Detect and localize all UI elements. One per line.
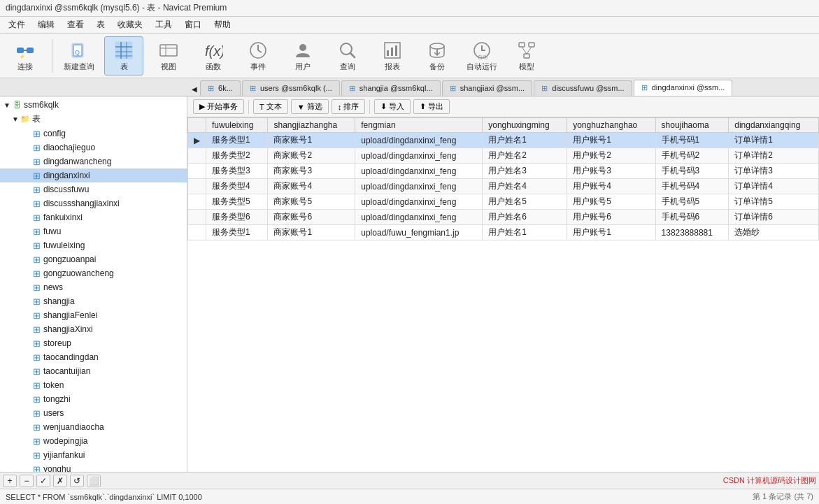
delete-record-button[interactable]: − xyxy=(20,475,34,487)
apply-button[interactable]: ✓ xyxy=(36,475,50,487)
tree-table-dingdanwancheng[interactable]: ▶ ⊞ dingdanwancheng xyxy=(0,154,187,168)
cell-yonghuzhanghao[interactable]: 用户账号4 xyxy=(567,179,655,194)
tree-table-shangjiaXinxi[interactable]: ▶ ⊞ shangjiaXinxi xyxy=(0,322,187,336)
cell-shoujihaoma[interactable]: 13823888881 xyxy=(655,225,729,240)
tree-table-fuwuleixing[interactable]: ▶ ⊞ fuwuleixing xyxy=(0,238,187,252)
toolbar-btn-backup[interactable]: 备份 xyxy=(418,36,457,75)
cell-dingdanxiangqing[interactable]: 订单详情6 xyxy=(729,210,819,225)
tree-folder-tables[interactable]: ▼ 📁 表 xyxy=(0,112,187,127)
table-row[interactable]: 服务类型6商家账号6upload/dingdanxinxi_feng用户姓名6用… xyxy=(188,210,819,225)
cell-shangjiazhangha[interactable]: 商家账号1 xyxy=(268,225,355,240)
cell-yonghuxingming[interactable]: 用户姓名1 xyxy=(483,133,567,148)
col-header-fuwuleixing[interactable]: fuwuleixing xyxy=(206,118,268,133)
tree-table-fankuixinxi[interactable]: ▶ ⊞ fankuixinxi xyxy=(0,210,187,224)
toolbar-btn-model[interactable]: 模型 xyxy=(507,36,546,75)
cell-shoujihaoma[interactable]: 手机号码3 xyxy=(655,164,729,179)
cell-shangjiazhangha[interactable]: 商家账号6 xyxy=(268,210,355,225)
tree-db-ssm6kqlk[interactable]: ▼ 🗄 ssm6kqlk xyxy=(0,98,187,112)
cell-fengmian[interactable]: upload/dingdanxinxi_feng xyxy=(355,148,483,164)
tree-table-shangjia[interactable]: ▶ ⊞ shangjia xyxy=(0,294,187,308)
cell-yonghuzhanghao[interactable]: 用户账号2 xyxy=(567,148,655,164)
tree-table-yonghu[interactable]: ▶ ⊞ yonghu xyxy=(0,462,187,472)
col-header-shoujihaoma[interactable]: shoujihaoma xyxy=(655,118,729,133)
tree-table-taocantuijian[interactable]: ▶ ⊞ taocantuijian xyxy=(0,364,187,378)
cell-shoujihaoma[interactable]: 手机号码6 xyxy=(655,210,729,225)
col-header-shangjiazhangha[interactable]: shangjiazhangha xyxy=(268,118,355,133)
cell-yonghuxingming[interactable]: 用户姓名5 xyxy=(483,194,567,210)
col-header-yonghuzhanghao[interactable]: yonghuzhanghao xyxy=(567,118,655,133)
menu-item-窗口[interactable]: 窗口 xyxy=(179,17,207,32)
toolbar-btn-report[interactable]: 报表 xyxy=(373,36,412,75)
tree-table-gongzuowancheng[interactable]: ▶ ⊞ gongzuowancheng xyxy=(0,266,187,280)
toolbar-btn-new-query[interactable]: Q新建查询 xyxy=(59,36,99,75)
cell-yonghuxingming[interactable]: 用户姓名6 xyxy=(483,210,567,225)
cell-fuwuleixing[interactable]: 服务类型1 xyxy=(206,225,268,240)
cell-shangjiazhangha[interactable]: 商家账号3 xyxy=(268,164,355,179)
tree-table-users[interactable]: ▶ ⊞ users xyxy=(0,406,187,420)
sub-btn-sort[interactable]: ↕排序 xyxy=(332,99,366,114)
tree-table-dingdanxinxi[interactable]: ▶ ⊞ dingdanxinxi xyxy=(0,168,187,182)
sub-btn-begin-transaction[interactable]: ▶开始事务 xyxy=(193,99,244,114)
tree-table-fuwu[interactable]: ▶ ⊞ fuwu xyxy=(0,224,187,238)
cell-fuwuleixing[interactable]: 服务类型2 xyxy=(206,148,268,164)
tree-table-yijianfankui[interactable]: ▶ ⊞ yijianfankui xyxy=(0,448,187,462)
table-row[interactable]: 服务类型1商家账号1upload/fuwu_fengmian1.jp用户姓名1用… xyxy=(188,225,819,240)
tree-table-shangjiaFenlei[interactable]: ▶ ⊞ shangjiaFenlei xyxy=(0,308,187,322)
cell-dingdanxiangqing[interactable]: 选婚纱 xyxy=(729,225,819,240)
stop-button[interactable]: ⬜ xyxy=(87,475,101,487)
cell-shangjiazhangha[interactable]: 商家账号5 xyxy=(268,194,355,210)
tree-table-wenjuandiaocha[interactable]: ▶ ⊞ wenjuandiaocha xyxy=(0,420,187,434)
add-record-button[interactable]: + xyxy=(3,475,17,487)
tree-table-storeup[interactable]: ▶ ⊞ storeup xyxy=(0,336,187,350)
cell-fuwuleixing[interactable]: 服务类型1 xyxy=(206,133,268,148)
sub-btn-filter[interactable]: ▼筛选 xyxy=(291,99,329,114)
toolbar-btn-connect[interactable]: ⚡连接 xyxy=(6,36,45,75)
tab-tab2[interactable]: ⊞ users @ssm6kqlk (... xyxy=(242,80,340,96)
tab-left-arrow[interactable]: ◀ xyxy=(189,82,200,96)
cell-yonghuxingming[interactable]: 用户姓名1 xyxy=(483,225,567,240)
tab-tab6[interactable]: ⊞ dingdanxinxi @ssm... xyxy=(634,80,733,96)
sub-btn-import[interactable]: ⬇导入 xyxy=(374,99,411,114)
refresh-button[interactable]: ↺ xyxy=(70,475,84,487)
tab-tab5[interactable]: ⊞ discussfuwu @ssm... xyxy=(534,80,632,96)
cell-dingdanxiangqing[interactable]: 订单详情3 xyxy=(729,164,819,179)
cell-yonghuzhanghao[interactable]: 用户账号1 xyxy=(567,225,655,240)
tree-table-gongzuoanpai[interactable]: ▶ ⊞ gongzuoanpai xyxy=(0,252,187,266)
cell-yonghuxingming[interactable]: 用户姓名2 xyxy=(483,148,567,164)
tab-tab4[interactable]: ⊞ shangjiaxi @ssm... xyxy=(442,80,533,96)
toolbar-btn-autorun[interactable]: 自动自动运行 xyxy=(462,36,501,75)
cell-fengmian[interactable]: upload/fuwu_fengmian1.jp xyxy=(355,225,483,240)
table-row[interactable]: 服务类型5商家账号5upload/dingdanxinxi_feng用户姓名5用… xyxy=(188,194,819,210)
cell-fengmian[interactable]: upload/dingdanxinxi_feng xyxy=(355,133,483,148)
toolbar-btn-query[interactable]: 查询 xyxy=(328,36,367,75)
cell-yonghuxingming[interactable]: 用户姓名4 xyxy=(483,179,567,194)
menu-item-工具[interactable]: 工具 xyxy=(150,17,178,32)
tree-table-tongzhi[interactable]: ▶ ⊞ tongzhi xyxy=(0,392,187,406)
col-header-yonghuxingming[interactable]: yonghuxingming xyxy=(483,118,567,133)
menu-item-文件[interactable]: 文件 xyxy=(3,17,31,32)
menu-item-查看[interactable]: 查看 xyxy=(62,17,90,32)
cell-shoujihaoma[interactable]: 手机号码4 xyxy=(655,179,729,194)
table-row[interactable]: ▶服务类型1商家账号1upload/dingdanxinxi_feng用户姓名1… xyxy=(188,133,819,148)
tab-tab1[interactable]: ⊞ 6k... xyxy=(200,80,241,96)
cell-dingdanxiangqing[interactable]: 订单详情5 xyxy=(729,194,819,210)
cell-dingdanxiangqing[interactable]: 订单详情4 xyxy=(729,179,819,194)
cell-shangjiazhangha[interactable]: 商家账号1 xyxy=(268,133,355,148)
tree-table-discussfuwu[interactable]: ▶ ⊞ discussfuwu xyxy=(0,182,187,196)
toolbar-btn-event[interactable]: 事件 xyxy=(238,36,278,75)
cell-shoujihaoma[interactable]: 手机号码1 xyxy=(655,133,729,148)
menu-item-收藏夹[interactable]: 收藏夹 xyxy=(112,17,148,32)
cell-fuwuleixing[interactable]: 服务类型3 xyxy=(206,164,268,179)
tab-tab3[interactable]: ⊞ shangjia @ssm6kql... xyxy=(341,80,441,96)
cell-fengmian[interactable]: upload/dingdanxinxi_feng xyxy=(355,164,483,179)
cell-shangjiazhangha[interactable]: 商家账号2 xyxy=(268,148,355,164)
cell-shangjiazhangha[interactable]: 商家账号4 xyxy=(268,179,355,194)
sub-btn-text[interactable]: T文本 xyxy=(253,99,288,114)
left-panel[interactable]: ▼ 🗄 ssm6kqlk ▼ 📁 表 ▶ ⊞ config ▶ ⊞ diaoch… xyxy=(0,96,187,472)
tree-table-news[interactable]: ▶ ⊞ news xyxy=(0,280,187,294)
tree-table-config[interactable]: ▶ ⊞ config xyxy=(0,127,187,141)
cell-shoujihaoma[interactable]: 手机号码5 xyxy=(655,194,729,210)
discard-button[interactable]: ✗ xyxy=(53,475,67,487)
cell-shoujihaoma[interactable]: 手机号码2 xyxy=(655,148,729,164)
cell-fengmian[interactable]: upload/dingdanxinxi_feng xyxy=(355,179,483,194)
